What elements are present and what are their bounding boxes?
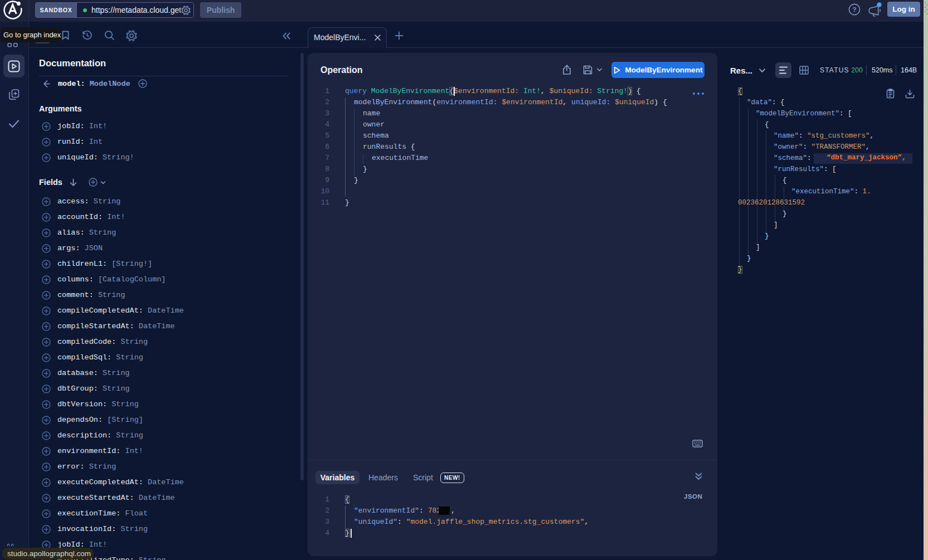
- svg-text:?: ?: [852, 6, 856, 13]
